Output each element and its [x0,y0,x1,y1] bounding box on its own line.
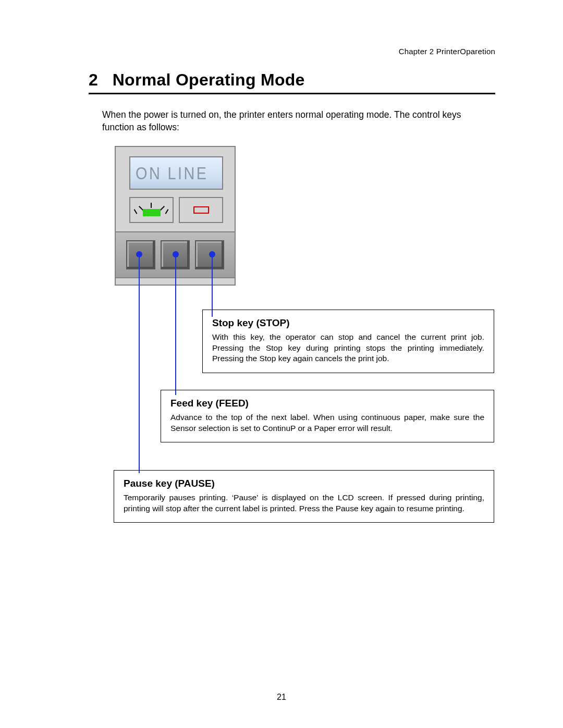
callout-feed: Feed key (FEED) Advance to the top of th… [161,390,494,442]
indicator-online [129,197,174,223]
lcd-text: ON LINE [136,163,208,183]
led-red-icon [193,206,209,214]
callout-pause-title: Pause key (PAUSE) [124,478,484,489]
page: Chapter 2 PrinterOparetion 2 Normal Oper… [0,0,563,728]
callout-feed-body: Advance to the top of the next label. Wh… [170,412,484,434]
leader-line-stop [212,254,213,317]
section-number: 2 [89,70,98,89]
callout-pause: Pause key (PAUSE) Temporarily pauses pri… [114,470,494,523]
leader-line-pause [139,254,140,473]
callout-pause-body: Temporarily pauses printing. ‘Pause’ is … [124,492,484,514]
section-title: 2 Normal Operating Mode [89,70,495,94]
callout-stop: Stop key (STOP) With this key, the opera… [202,310,494,373]
figure: ON LINE Stop [102,146,495,558]
callout-feed-title: Feed key (FEED) [170,398,484,409]
indicator-error [179,197,223,223]
section-title-text: Normal Operating Mode [113,70,305,89]
led-green-icon [143,209,161,216]
callout-stop-body: With this key, the operator can stop and… [212,332,484,364]
indicator-row [129,197,223,223]
leader-line-feed [175,254,176,395]
chapter-header: Chapter 2 PrinterOparetion [89,47,495,56]
callout-stop-title: Stop key (STOP) [212,317,484,329]
intro-paragraph: When the power is turned on, the printer… [102,109,495,133]
page-number: 21 [0,693,563,702]
lcd-screen: ON LINE [129,156,223,190]
